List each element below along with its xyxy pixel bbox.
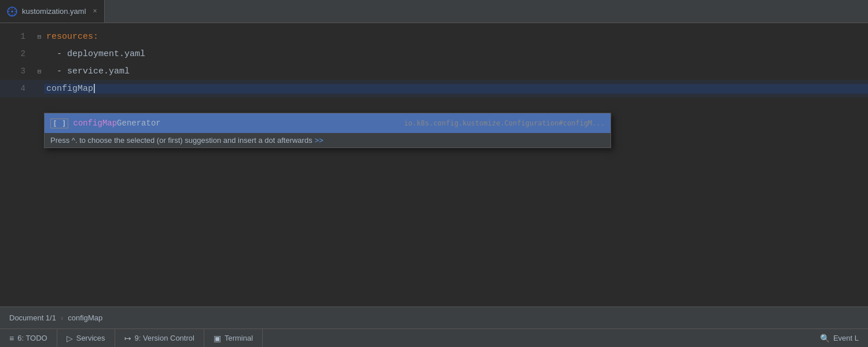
hint-text: Press ^. to choose the selected (or firs… [50, 136, 312, 145]
status-bar: Document 1/1 › configMap [0, 307, 868, 328]
terminal-icon: ▣ [214, 334, 221, 343]
line-content-2: - deployment.yaml [44, 49, 868, 59]
svg-line-8 [14, 8, 15, 9]
autocomplete-popup: [ ] configMapGenerator io.k8s.config.kus… [44, 113, 611, 148]
code-line-3[interactable]: 3 ⊟ - service.yaml [0, 62, 868, 80]
autocomplete-item-text: configMapGenerator [73, 119, 160, 128]
toolbar-services[interactable]: ▷ Services [57, 329, 115, 347]
breadcrumb-separator: › [61, 313, 63, 322]
todo-icon: ≡ [9, 334, 14, 343]
code-container[interactable]: 1 ⊟ resources: 2 - deployment.yaml 3 ⊟ -… [0, 23, 868, 307]
toolbar-todo[interactable]: ≡ 6: TODO [0, 329, 57, 347]
toolbar-event-log[interactable]: 🔍 Event L [811, 334, 868, 343]
autocomplete-item[interactable]: [ ] configMapGenerator io.k8s.config.kus… [45, 113, 610, 133]
toolbar-terminal[interactable]: ▣ Terminal [204, 329, 263, 347]
tab-label: kustomization.yaml [22, 7, 86, 16]
autocomplete-rest: Generator [117, 119, 161, 128]
bottom-toolbar: ≡ 6: TODO ▷ Services ↦ 9: Version Contro… [0, 328, 868, 347]
code-line-1[interactable]: 1 ⊟ resources: [0, 28, 868, 45]
svg-line-9 [9, 13, 10, 14]
editor-area: 1 ⊟ resources: 2 - deployment.yaml 3 ⊟ -… [0, 23, 868, 307]
line-number-4: 4 [0, 84, 35, 93]
version-control-icon: ↦ [124, 334, 131, 343]
code-line-4[interactable]: 4 configMap [0, 80, 868, 97]
tab-close-button[interactable]: × [93, 8, 97, 16]
toolbar-services-label: Services [76, 334, 105, 342]
line-number-3: 3 [0, 67, 35, 76]
autocomplete-match: configMap [73, 119, 117, 128]
line-content-4: configMap [44, 84, 868, 94]
line-number-2: 2 [0, 49, 35, 58]
line-gutter-1: ⊟ [35, 33, 44, 40]
hint-link[interactable]: >> [315, 136, 323, 145]
services-icon: ▷ [67, 334, 73, 343]
breadcrumb-item: configMap [68, 313, 102, 322]
autocomplete-type-hint: io.k8s.config.kustomize.Configuration#co… [404, 119, 605, 127]
toolbar-event-label: Event L [833, 334, 859, 342]
breadcrumb-doc: Document 1/1 [9, 313, 56, 322]
kubernetes-icon [7, 6, 17, 17]
toolbar-todo-label: 6: TODO [17, 334, 47, 342]
svg-point-1 [11, 10, 13, 12]
line-content-1: resources: [44, 32, 868, 42]
code-line-2[interactable]: 2 - deployment.yaml [0, 45, 868, 62]
breadcrumb: Document 1/1 › configMap [9, 313, 102, 322]
toolbar-version-control[interactable]: ↦ 9: Version Control [115, 329, 204, 347]
tab-bar: kustomization.yaml × [0, 0, 868, 23]
svg-line-6 [9, 8, 10, 9]
svg-line-7 [14, 13, 15, 14]
file-tab[interactable]: kustomization.yaml × [0, 0, 105, 23]
autocomplete-hint: Press ^. to choose the selected (or firs… [45, 133, 610, 147]
line-number-1: 1 [0, 32, 35, 41]
search-icon: 🔍 [820, 334, 830, 343]
toolbar-version-label: 9: Version Control [135, 334, 194, 342]
toolbar-terminal-label: Terminal [225, 334, 253, 342]
line-content-3: - service.yaml [44, 67, 868, 76]
line-gutter-3: ⊟ [35, 68, 44, 75]
autocomplete-item-icon: [ ] [50, 119, 68, 128]
